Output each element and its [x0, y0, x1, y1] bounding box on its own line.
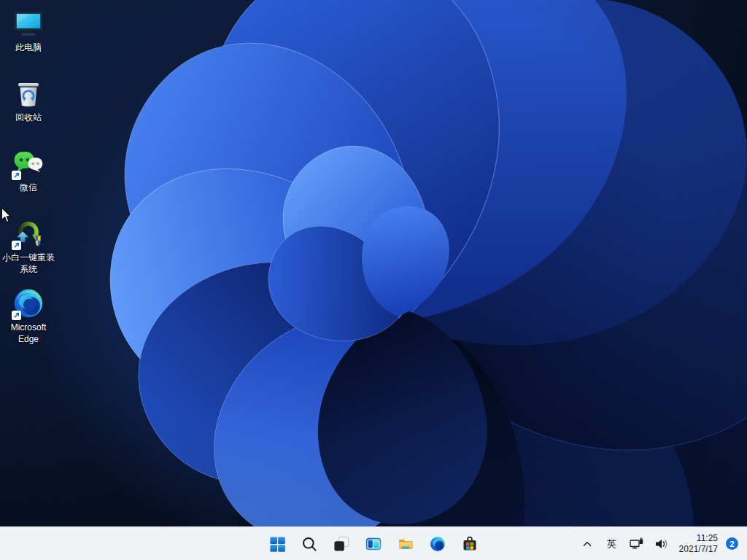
xiaobai-reinstall-icon [11, 216, 46, 251]
notification-badge[interactable]: 2 [726, 537, 738, 550]
shortcut-arrow-icon [12, 171, 21, 180]
recycle-bin-icon [11, 76, 46, 111]
wallpaper-bloom-image [0, 0, 747, 526]
file-explorer-button[interactable] [391, 529, 420, 559]
edge-icon [11, 286, 46, 321]
windows-start-icon [268, 535, 286, 553]
ime-indicator[interactable]: 英 [600, 529, 624, 559]
desktop-surface[interactable]: 此电脑 回收站 [0, 0, 747, 560]
desktop-icon-wechat[interactable]: 微信 [0, 146, 57, 193]
microsoft-store-button[interactable] [455, 529, 484, 559]
desktop-icon-label: 此电脑 [15, 42, 42, 53]
ime-label: 英 [607, 537, 616, 551]
date-text: 2021/7/17 [679, 544, 718, 555]
shortcut-arrow-icon [12, 241, 21, 250]
search-button[interactable] [295, 529, 324, 559]
clock[interactable]: 11:25 2021/7/17 [674, 533, 723, 555]
desktop-icon-label: 小白一键重装系统 [1, 252, 56, 275]
shortcut-arrow-icon [12, 311, 21, 320]
taskbar: 英 11:25 [0, 526, 747, 560]
start-button[interactable] [263, 529, 292, 559]
volume-icon [654, 536, 670, 552]
system-tray: 英 11:25 [575, 527, 747, 560]
edge-icon [429, 535, 446, 553]
desktop-icon-label: 微信 [20, 182, 37, 193]
desktop-icon-this-pc[interactable]: 此电脑 [0, 6, 57, 53]
task-view-button[interactable] [327, 529, 356, 559]
notification-count: 2 [729, 540, 734, 548]
file-explorer-icon [397, 535, 414, 553]
desktop-icon-label: Microsoft Edge [1, 322, 56, 345]
wechat-icon [11, 146, 46, 181]
mouse-cursor [1, 207, 12, 224]
network-ethernet-icon [629, 536, 645, 552]
microsoft-store-icon [461, 535, 479, 553]
edge-button[interactable] [423, 529, 452, 559]
widgets-button[interactable] [359, 529, 388, 559]
search-icon [301, 535, 318, 553]
chevron-up-icon [580, 537, 595, 551]
desktop-icon-label: 回收站 [15, 112, 42, 123]
time-text: 11:25 [697, 533, 718, 544]
taskbar-center-buttons [261, 527, 486, 560]
network-button[interactable] [624, 529, 649, 559]
desktop-icon-recycle-bin[interactable]: 回收站 [0, 76, 57, 123]
desktop-icon-edge[interactable]: Microsoft Edge [0, 286, 57, 345]
desktop-icon-xiaobai-reinstall[interactable]: 小白一键重装系统 [0, 216, 57, 275]
task-view-icon [333, 535, 350, 553]
volume-button[interactable] [649, 529, 674, 559]
show-hidden-icons-button[interactable] [575, 529, 600, 559]
widgets-icon [365, 535, 382, 553]
this-pc-icon [11, 6, 46, 41]
